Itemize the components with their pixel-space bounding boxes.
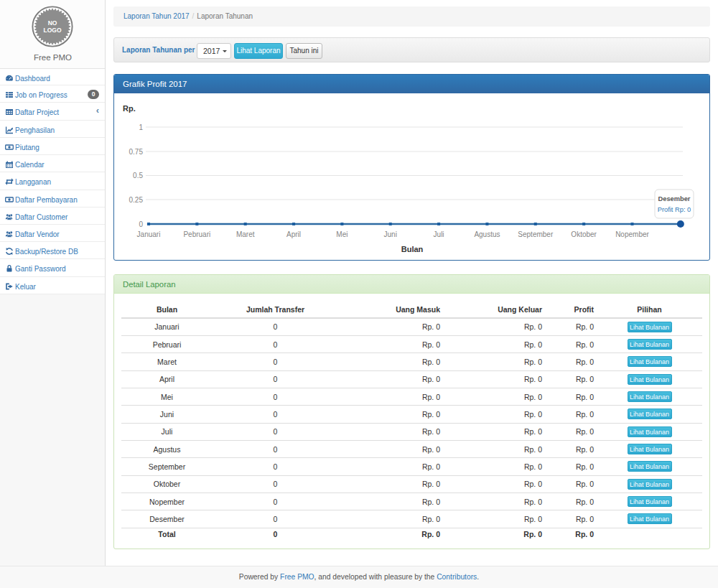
svg-text:Januari: Januari [137, 230, 161, 238]
svg-text:NO: NO [48, 19, 57, 27]
svg-text:Oktober: Oktober [571, 230, 597, 238]
svg-text:0: 0 [139, 220, 143, 228]
svg-text:Profit Rp: 0: Profit Rp: 0 [658, 206, 691, 213]
svg-text:Rp.: Rp. [123, 104, 136, 113]
svg-text:Mei: Mei [336, 230, 348, 238]
svg-text:0.25: 0.25 [129, 196, 144, 204]
svg-text:Juni: Juni [384, 230, 397, 238]
svg-text:Juli: Juli [434, 230, 444, 238]
svg-text:September: September [518, 230, 554, 238]
svg-text:0.5: 0.5 [133, 172, 143, 179]
svg-text:Nopember: Nopember [615, 230, 649, 238]
svg-text:Maret: Maret [236, 230, 255, 238]
svg-text:LOGO: LOGO [43, 27, 61, 34]
svg-text:0.75: 0.75 [129, 148, 144, 156]
svg-text:April: April [286, 230, 301, 238]
svg-text:Agustus: Agustus [474, 230, 500, 238]
svg-text:Bulan: Bulan [401, 245, 424, 253]
svg-text:Pebruari: Pebruari [183, 230, 210, 238]
svg-text:Desember: Desember [658, 195, 691, 202]
svg-text:1: 1 [139, 123, 143, 131]
